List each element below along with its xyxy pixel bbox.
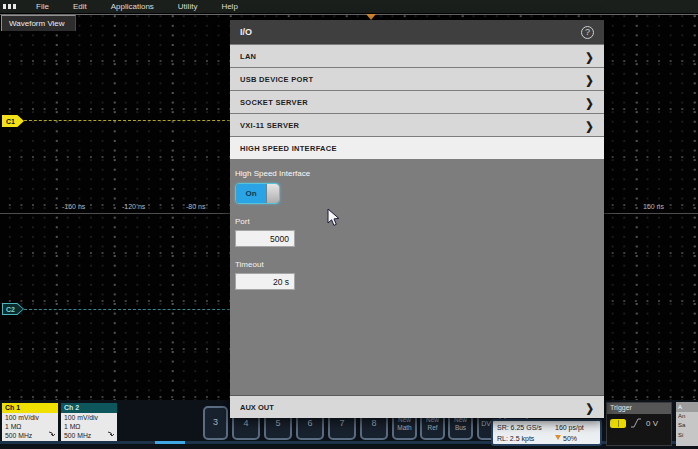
hsi-toggle-label: High Speed Interface xyxy=(235,169,604,178)
timeout-input[interactable]: 20 s xyxy=(235,273,295,290)
rising-edge-icon xyxy=(630,418,642,428)
time-axis-label: 160 ns xyxy=(643,203,664,210)
chevron-right-icon: ❯ xyxy=(585,119,594,132)
scroll-indicator[interactable] xyxy=(155,441,185,444)
record-length-value: RL: 2.5 kpts xyxy=(497,435,534,442)
menu-file[interactable]: File xyxy=(24,2,61,11)
row-vxi11-server[interactable]: VXI-11 SERVER ❯ xyxy=(230,114,604,136)
mouse-cursor xyxy=(327,208,340,227)
clipped-acquisition-badge[interactable]: A An Sa Si xyxy=(676,402,698,446)
time-axis-label: -160 ns xyxy=(62,203,85,210)
row-socket-server[interactable]: SOCKET SERVER ❯ xyxy=(230,91,604,113)
time-per-point-value: 160 ps/pt xyxy=(555,424,584,431)
row-lan[interactable]: LAN ❯ xyxy=(230,45,604,67)
io-panel-header: I/O ? xyxy=(230,20,604,44)
channel1-badge[interactable]: Ch 1 100 mV/div 1 MΩ 500 MHz xyxy=(2,403,58,441)
oscilloscope-screen: File Edit Applications Utility Help Wave… xyxy=(0,0,698,449)
waveform-view-tab[interactable]: Waveform View xyxy=(1,15,76,31)
hsi-on-toggle[interactable]: On xyxy=(235,183,280,204)
chevron-right-icon: ❯ xyxy=(585,50,594,63)
position-percent-value: 50% xyxy=(563,435,577,442)
channel2-reference-marker[interactable]: C2 xyxy=(2,303,24,315)
sample-rate-value: SR: 6.25 GS/s xyxy=(497,424,542,431)
port-input[interactable]: 5000 xyxy=(235,230,295,247)
help-icon[interactable]: ? xyxy=(581,26,594,39)
timeout-label: Timeout xyxy=(235,260,604,269)
probe-icon xyxy=(48,431,56,439)
menu-help[interactable]: Help xyxy=(209,2,249,11)
port-label: Port xyxy=(235,217,604,226)
menu-applications[interactable]: Applications xyxy=(99,2,166,11)
channel1-reference-marker[interactable]: C1 xyxy=(2,115,24,127)
chevron-right-icon: ❯ xyxy=(585,96,594,109)
probe-icon xyxy=(107,431,115,439)
menu-utility[interactable]: Utility xyxy=(166,2,210,11)
high-speed-interface-section: High Speed Interface On Port 5000 Timeou… xyxy=(230,159,604,290)
toggle-knob[interactable] xyxy=(266,184,279,203)
trigger-level-value: 0 V xyxy=(646,419,658,428)
horizontal-readout-badge[interactable]: SR: 6.25 GS/s 160 ps/pt RL: 2.5 kpts 50% xyxy=(491,419,602,446)
io-settings-panel: I/O ? LAN ❯ USB DEVICE PORT ❯ SOCKET SER… xyxy=(230,20,604,418)
trigger-source-ch1-icon xyxy=(610,419,626,428)
channel3-button[interactable]: 3 xyxy=(203,406,228,440)
app-grid-icon[interactable] xyxy=(3,4,16,9)
chevron-right-icon: ❯ xyxy=(585,73,594,86)
trigger-badge[interactable]: Trigger 0 V xyxy=(606,402,672,446)
channel2-badge[interactable]: Ch 2 100 mV/div 1 MΩ 500 MHz xyxy=(61,403,117,441)
row-aux-out[interactable]: AUX OUT ❯ xyxy=(230,395,604,418)
ch1-scale: 100 mV/div xyxy=(5,414,58,423)
trigger-title: Trigger xyxy=(607,403,671,414)
panel-title: I/O xyxy=(240,27,252,37)
time-axis-label: -80 ns xyxy=(186,203,205,210)
position-marker-icon xyxy=(555,435,561,440)
time-axis-label: -120 ns xyxy=(122,203,145,210)
menu-bar: File Edit Applications Utility Help xyxy=(0,0,698,14)
channel1-ground-line xyxy=(24,120,230,121)
menu-edit[interactable]: Edit xyxy=(61,2,99,11)
row-high-speed-interface[interactable]: HIGH SPEED INTERFACE xyxy=(230,137,604,159)
ch2-scale: 100 mV/div xyxy=(64,414,117,423)
row-usb-device-port[interactable]: USB DEVICE PORT ❯ xyxy=(230,68,604,90)
chevron-right-icon: ❯ xyxy=(586,401,594,414)
channel2-ground-line xyxy=(24,309,230,310)
